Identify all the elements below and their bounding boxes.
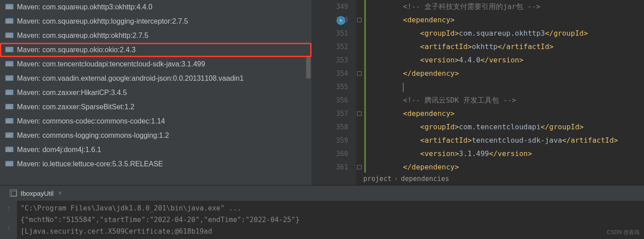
code-line[interactable]: <artifactId>okhttp</artifactId>: [369, 40, 644, 54]
library-icon: [5, 104, 13, 110]
code-line[interactable]: <dependency>: [369, 13, 644, 27]
library-label: Maven: com.zaxxer:HikariCP:3.4.5: [17, 89, 127, 97]
library-item[interactable]: Maven: com.squareup.okhttp:logging-inter…: [0, 14, 312, 29]
library-icon: [5, 118, 13, 124]
watermark: CSDN @善我: [607, 229, 640, 236]
code-line[interactable]: </dependency>: [369, 67, 644, 80]
line-number: 358: [312, 120, 348, 134]
library-label: Maven: com.squareup.okio:okio:2.4.3: [17, 46, 136, 54]
library-label: Maven: com.zaxxer:SparseBitSet:1.2: [17, 103, 134, 111]
line-number: 359: [312, 134, 348, 147]
library-icon: [5, 47, 13, 53]
code-line[interactable]: <version>4.4.0</version>: [369, 54, 644, 67]
fold-icon[interactable]: [357, 71, 361, 76]
line-number: 361: [312, 161, 348, 174]
library-item[interactable]: Maven: com.tencentcloudapi:tencentcloud-…: [0, 57, 312, 71]
editor-breadcrumbs[interactable]: project › dependencies: [361, 173, 644, 185]
library-item[interactable]: Maven: com.vaadin.external.google:androi…: [0, 71, 312, 86]
code-line[interactable]: <groupId>com.tencentcloudapi</groupId>: [369, 120, 644, 134]
fold-column[interactable]: [356, 0, 364, 185]
breadcrumb-dependencies[interactable]: dependencies: [398, 175, 452, 183]
library-item[interactable]: Maven: com.zaxxer:HikariCP:3.4.5: [0, 86, 312, 100]
library-icon: [5, 75, 13, 82]
library-label: Maven: io.lettuce:lettuce-core:5.3.5.REL…: [17, 160, 163, 168]
library-item[interactable]: Maven: com.zaxxer:SparseBitSet:1.2: [0, 100, 312, 114]
console-line[interactable]: {"mchtNo":"515584","startTime":"2022-04-…: [21, 214, 640, 226]
library-item[interactable]: Maven: com.squareup.okhttp:okhttp:2.7.5: [0, 29, 312, 43]
line-number: 352: [312, 40, 348, 54]
code-line[interactable]: <artifactId>tencentcloud-sdk-java</artif…: [369, 134, 644, 147]
code-area[interactable]: <!-- 盒子科技支付需要引用的jar包 --> <dependency> <g…: [367, 0, 644, 185]
code-line[interactable]: <groupId>com.squareup.okhttp3</groupId>: [369, 27, 644, 40]
library-item[interactable]: Maven: io.lettuce:lettuce-core:5.3.5.REL…: [0, 157, 312, 171]
tree-scrollbar[interactable]: [306, 57, 311, 78]
library-icon: [5, 132, 13, 139]
library-label: Maven: commons-codec:commons-codec:1.14: [17, 117, 165, 125]
library-icon: [5, 90, 13, 96]
fold-icon[interactable]: [357, 111, 361, 116]
library-item[interactable]: Maven: dom4j:dom4j:1.6.1: [0, 143, 312, 157]
library-icon: [5, 33, 13, 39]
line-number: 360: [312, 147, 348, 161]
library-item[interactable]: Maven: com.squareup.okio:okio:2.4.3: [0, 43, 312, 57]
line-number: 357: [312, 107, 348, 120]
code-line[interactable]: <dependency>: [369, 107, 644, 120]
console-output[interactable]: "C:\Program Files\Java\jdk1.8.0_201\bin\…: [17, 201, 644, 239]
file-icon: [10, 190, 17, 197]
line-number: 351: [312, 27, 348, 40]
arrow-down-icon[interactable]: ↓: [7, 223, 10, 231]
breadcrumb-separator-icon: ›: [394, 175, 398, 183]
code-line[interactable]: [369, 80, 644, 94]
console-line[interactable]: [Ljava.security.cert.X509Certificate;@61…: [21, 226, 640, 237]
fold-icon[interactable]: [357, 165, 361, 169]
code-line[interactable]: <version>3.1.499</version>: [369, 147, 644, 161]
code-line[interactable]: </dependency>: [369, 161, 644, 174]
close-icon[interactable]: ×: [58, 190, 62, 197]
code-line[interactable]: <!-- 腾讯云SDK 开发工具包 -->: [369, 94, 644, 107]
library-item[interactable]: Maven: commons-logging:commons-logging:1…: [0, 128, 312, 143]
library-label: Maven: com.vaadin.external.google:androi…: [17, 74, 244, 82]
fold-icon[interactable]: [357, 18, 361, 22]
console-tab-label[interactable]: IboxpayUtil: [21, 190, 54, 197]
console-tabs[interactable]: IboxpayUtil ×: [0, 185, 644, 201]
project-tree[interactable]: Maven: com.squareup.okhttp3:okhttp:4.4.0…: [0, 0, 312, 185]
library-label: Maven: com.tencentcloudapi:tencentcloud-…: [17, 60, 205, 68]
line-number: 350: [312, 13, 348, 27]
line-number: 353: [312, 54, 348, 67]
console-line[interactable]: "C:\Program Files\Java\jdk1.8.0_201\bin\…: [21, 202, 640, 214]
change-marker-column: [364, 0, 367, 185]
text-caret: [403, 83, 403, 92]
library-label: Maven: com.squareup.okhttp:okhttp:2.7.5: [17, 32, 148, 40]
console-toolbar: ↑ ↓: [0, 201, 17, 239]
library-label: Maven: dom4j:dom4j:1.6.1: [17, 146, 101, 154]
library-item[interactable]: Maven: com.squareup.okhttp3:okhttp:4.4.0: [0, 0, 312, 14]
editor-gutter: ↻ 34935035135235335435535635735835936036…: [312, 0, 356, 185]
arrow-up-icon[interactable]: ↑: [7, 204, 10, 212]
library-label: Maven: com.squareup.okhttp:logging-inter…: [17, 17, 188, 25]
library-label: Maven: com.squareup.okhttp3:okhttp:4.4.0: [17, 3, 152, 11]
line-number: 355: [312, 80, 348, 94]
line-number: 356: [312, 94, 348, 107]
line-number: 349: [312, 0, 348, 13]
console-panel: IboxpayUtil × ↑ ↓ "C:\Program Files\Java…: [0, 185, 644, 239]
library-icon: [5, 61, 13, 67]
library-icon: [5, 147, 13, 153]
code-line[interactable]: <!-- 盒子科技支付需要引用的jar包 -->: [369, 0, 644, 13]
breadcrumb-project[interactable]: project: [361, 175, 394, 183]
library-icon: [5, 18, 13, 25]
library-icon: [5, 4, 13, 10]
library-item[interactable]: Maven: commons-codec:commons-codec:1.14: [0, 114, 312, 128]
library-icon: [5, 161, 13, 167]
library-label: Maven: commons-logging:commons-logging:1…: [17, 132, 169, 140]
line-number: 354: [312, 67, 348, 80]
code-editor[interactable]: ↻ 34935035135235335435535635735835936036…: [312, 0, 644, 185]
